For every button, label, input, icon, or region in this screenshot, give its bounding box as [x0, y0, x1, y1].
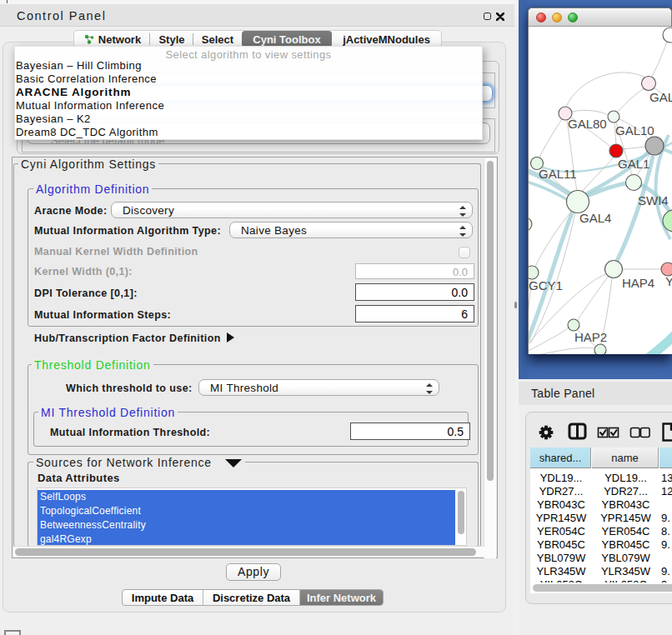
svg-text:GAL11: GAL11 — [539, 167, 577, 181]
svg-text:HAP2: HAP2 — [574, 330, 607, 344]
svg-text:GAL1: GAL1 — [618, 157, 649, 171]
svg-text:HAP4: HAP4 — [622, 276, 654, 290]
svg-text:Y: Y — [665, 274, 672, 288]
svg-text:GAL4: GAL4 — [579, 211, 611, 225]
svg-text:SWI4: SWI4 — [638, 193, 669, 208]
svg-text:GCY1: GCY1 — [529, 278, 563, 292]
svg-text:GAL7: GAL7 — [649, 90, 672, 104]
svg-text:GAL10: GAL10 — [615, 123, 654, 138]
svg-text:GAL80: GAL80 — [568, 117, 607, 131]
